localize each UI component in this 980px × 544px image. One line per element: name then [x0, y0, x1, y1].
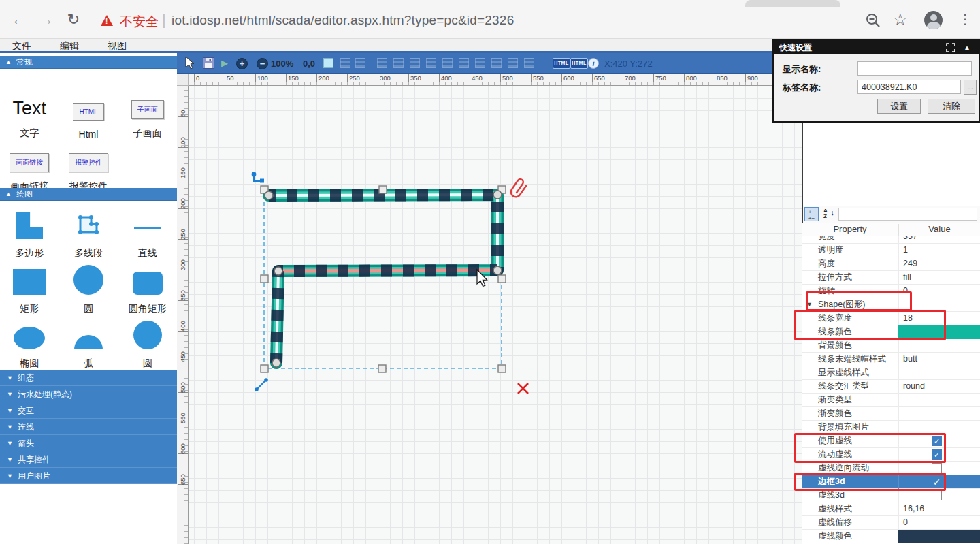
distribute-v-icon[interactable] — [524, 58, 534, 68]
zoom-in-icon[interactable]: + — [236, 58, 248, 69]
menu-edit[interactable]: 编辑 — [60, 40, 79, 52]
property-row[interactable]: 渐变颜色 — [802, 407, 980, 421]
checkbox[interactable]: ✓ — [932, 449, 942, 460]
line-mode-icon[interactable] — [255, 378, 268, 391]
browser-tab[interactable] — [745, 0, 840, 7]
section-header-yonghutupian[interactable]: ▼用户图片 — [0, 468, 177, 484]
vertex-nodes[interactable] — [265, 191, 502, 367]
quick-settings-header[interactable]: 快速设置 ▲ — [774, 41, 979, 54]
security-warning-label[interactable]: 不安全 — [120, 13, 159, 31]
selection-handles[interactable] — [261, 186, 506, 372]
sort-az-icon[interactable]: AZ ↓ — [821, 207, 836, 221]
html-preview-icon[interactable]: HTML — [570, 58, 588, 69]
section-header-gongxiang[interactable]: ▼共享控件 — [0, 451, 177, 468]
section-header-general[interactable]: ▲ 常规 — [0, 56, 177, 69]
clear-button[interactable]: 清除 — [928, 99, 975, 114]
property-row[interactable]: 虚线偏移0 — [802, 516, 980, 530]
checkbox[interactable]: ✓ — [932, 436, 942, 446]
property-row[interactable]: 背景填充图片 — [802, 421, 980, 434]
align-center-icon[interactable] — [393, 58, 404, 68]
tool-polygon[interactable]: 多边形 — [15, 206, 44, 259]
browser-menu-icon[interactable]: ⋮ — [958, 11, 972, 27]
tool-rounded-rectangle[interactable]: 圆角矩形 — [129, 259, 167, 315]
categorize-icon[interactable]: +−+− — [804, 207, 819, 221]
tool-arc[interactable]: 弧 — [74, 315, 103, 370]
tool-circle-2[interactable]: 圆 — [133, 315, 162, 370]
checkbox[interactable] — [932, 463, 942, 473]
property-row[interactable]: 拉伸方式fill — [802, 271, 980, 285]
property-row[interactable]: 流动虚线✓ — [802, 448, 980, 462]
menu-file[interactable]: 文件 — [12, 40, 31, 52]
attach-paperclip-icon[interactable] — [511, 179, 526, 197]
forward-icon[interactable]: → — [37, 11, 56, 29]
property-row[interactable]: 线条颜色 — [802, 325, 980, 339]
same-width-icon[interactable] — [475, 58, 485, 68]
property-row[interactable]: 背景颜色 — [802, 339, 980, 353]
subscreen-tool-preview[interactable]: 子画面 — [131, 100, 164, 119]
property-row[interactable]: 线条末端线帽样式butt — [802, 353, 980, 366]
same-height-icon[interactable] — [491, 58, 502, 68]
property-row[interactable]: 边框3d✓ — [802, 475, 980, 489]
screen-link-tool-preview[interactable]: 画面链接 — [10, 153, 49, 172]
property-row[interactable]: 虚线3d — [802, 489, 980, 502]
select-cursor-icon[interactable] — [184, 56, 195, 69]
bookmark-star-icon[interactable]: ☆ — [893, 10, 908, 29]
info-icon[interactable]: i — [588, 58, 599, 69]
reload-icon[interactable]: ↻ — [64, 11, 83, 29]
tool-circle[interactable]: 圆 — [74, 259, 103, 315]
tool-subscreen[interactable]: 子画面 子画面 — [131, 71, 164, 140]
group-icon[interactable] — [340, 58, 350, 68]
design-canvas[interactable] — [189, 86, 802, 544]
distribute-h-icon[interactable] — [508, 58, 518, 68]
property-row[interactable]: 透明度1 — [802, 244, 980, 257]
property-row[interactable]: 使用虚线✓ — [802, 434, 980, 448]
property-row[interactable]: 渐变类型 — [802, 394, 980, 407]
alarm-tool-preview[interactable]: 报警控件 — [69, 153, 108, 172]
section-header-draw[interactable]: ▲ 绘图 — [0, 188, 177, 201]
property-row[interactable]: 虚线颜色 — [802, 530, 980, 543]
tool-html[interactable]: HTML Html — [73, 71, 103, 140]
align-top-icon[interactable] — [426, 58, 436, 68]
align-right-icon[interactable] — [410, 58, 420, 68]
tool-line[interactable]: 直线 — [134, 206, 161, 259]
tool-alarm-control[interactable]: 报警控件 报警控件 — [69, 140, 108, 193]
dock-icon[interactable] — [946, 43, 956, 52]
property-row[interactable]: 虚线样式16,16 — [802, 502, 980, 516]
property-row[interactable]: 线条交汇类型round — [802, 380, 980, 394]
section-header-lianxian[interactable]: ▼连线 — [0, 419, 177, 435]
section-header-wushui[interactable]: ▼污水处理(静态) — [0, 386, 177, 402]
tool-ellipse[interactable]: 椭圆 — [14, 315, 45, 370]
property-row[interactable]: 旋转0 — [802, 285, 980, 298]
expander-icon[interactable]: ▼ — [806, 298, 813, 311]
menu-view[interactable]: 视图 — [108, 40, 127, 52]
section-header-jiantou[interactable]: ▼箭头 — [0, 435, 177, 451]
zoom-indicator-icon[interactable] — [866, 13, 881, 28]
property-row[interactable]: 虚线逆向流动 — [802, 462, 980, 475]
browse-tag-button[interactable]: ... — [964, 80, 977, 95]
collapse-panel-icon[interactable]: ▲ — [964, 41, 970, 54]
edit-points-icon[interactable] — [252, 172, 264, 183]
tool-text[interactable]: Text 文字 — [13, 71, 47, 140]
html-export-icon[interactable]: HTML — [553, 58, 570, 69]
delete-x-icon[interactable] — [518, 383, 528, 394]
property-filter-input[interactable] — [838, 208, 977, 221]
align-left-icon[interactable] — [377, 58, 387, 68]
tag-name-input[interactable] — [858, 80, 961, 94]
display-name-input[interactable] — [858, 61, 972, 76]
property-row[interactable]: ▼Shape(图形) — [802, 298, 980, 312]
run-icon[interactable]: ▶ — [221, 58, 228, 68]
text-tool-preview[interactable]: Text — [13, 98, 47, 119]
checkbox[interactable]: ✓ — [932, 477, 942, 487]
align-middle-icon[interactable] — [442, 58, 453, 68]
save-icon[interactable] — [203, 57, 214, 69]
back-icon[interactable]: ← — [10, 11, 29, 29]
section-header-jiaohu[interactable]: ▼交互 — [0, 402, 177, 419]
zoom-out-icon[interactable]: − — [257, 58, 268, 69]
property-row[interactable]: 宽度357 — [802, 236, 980, 244]
pipe-shape[interactable] — [269, 195, 497, 363]
section-header-zutai[interactable]: ▼组态 — [0, 370, 177, 386]
tool-screen-link[interactable]: 画面链接 画面链接 — [10, 140, 49, 193]
align-bottom-icon[interactable] — [459, 58, 469, 68]
address-bar-url[interactable]: iot.idosp.net/html/scada/editor.aspx.htm… — [172, 13, 514, 28]
property-row[interactable]: 线条宽度18 — [802, 312, 980, 325]
